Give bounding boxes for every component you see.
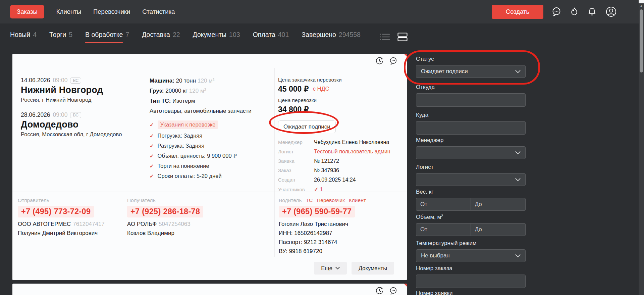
route-address: Россия, Московская обл, г Домодедово [21, 131, 139, 138]
chat-icon[interactable] [389, 287, 397, 295]
list-view-icon[interactable] [379, 33, 390, 41]
filter-label: Номер заказа [416, 265, 526, 272]
chevron-down-icon [515, 70, 521, 73]
create-button[interactable]: Создать [492, 5, 543, 19]
page-scrollbar[interactable]: ▲ [639, 0, 644, 295]
date: 14.06.2026 [21, 77, 50, 84]
client-link[interactable]: Клиент [349, 197, 366, 203]
sender-block: Отправитель +7 (495) 773-72-09 ООО АВТОГ… [12, 192, 123, 257]
vehicle-link[interactable]: ТС [306, 197, 313, 203]
tab-payment[interactable]: Оплата401 [253, 31, 289, 43]
customer-price: 45 000 ₽с НДС [278, 84, 400, 94]
navbar-right: Создать [492, 5, 617, 19]
weight-from-input[interactable] [416, 198, 471, 211]
weekday-badge: ВС [70, 78, 81, 84]
next-order-card [12, 284, 407, 295]
route-city: Домодедово [21, 119, 139, 130]
chat-icon[interactable] [389, 57, 397, 65]
filter-label: Откуда [416, 84, 526, 91]
filter-label: Номер заявки [416, 290, 526, 295]
status-badge[interactable]: Ожидает подписи [278, 120, 336, 133]
scrollbar-thumb[interactable] [640, 9, 643, 72]
temperature-select[interactable]: Не выбран [416, 249, 526, 262]
sender-label: Отправитель [18, 197, 49, 203]
chevron-down-icon [515, 254, 521, 257]
view-toggles [379, 33, 408, 41]
filter-label: Менеджер [416, 137, 526, 144]
receiver-company: АО РОЛЬФ5047254063 [127, 221, 270, 228]
order-card-header [12, 54, 407, 68]
filter-label: Статус [416, 56, 526, 62]
route-point-to: 28.06.2026 09:00 ВС Домодедово Россия, М… [21, 111, 139, 138]
driver-block: Водитель ТС Перевозчик Клиент +7 (965) 5… [274, 192, 407, 257]
vat-label[interactable]: с НДС [313, 84, 329, 94]
check-icon: ✓ [150, 122, 154, 128]
volume-to-input[interactable] [471, 223, 526, 236]
bell-icon[interactable] [587, 7, 597, 17]
filter-to: Куда [416, 112, 526, 135]
filter-logist: Логист [416, 164, 526, 186]
flame-icon[interactable] [570, 7, 579, 17]
manager-select[interactable] [416, 146, 526, 159]
carrier-link[interactable]: Перевозчик [317, 197, 345, 203]
more-button[interactable]: Еще [314, 262, 347, 275]
order-number-input[interactable] [416, 275, 526, 288]
checklist-item: ✓Сроки оплаты: 5-20 дней [150, 173, 268, 179]
receiver-phone[interactable]: +7 (925) 286-18-78 [127, 206, 203, 217]
check-icon: ✓ [150, 163, 154, 169]
filter-request-number: Номер заявки [416, 290, 526, 295]
detail-row-created: Создан26.09.2025 14:24 [278, 177, 400, 183]
logist-select[interactable] [416, 173, 526, 186]
documents-button[interactable]: Документы [352, 262, 394, 275]
tab-completed[interactable]: Завершено294558 [302, 31, 361, 43]
nav-item-carriers[interactable]: Перевозчики [93, 8, 130, 15]
receiver-block: Получатель +7 (925) 286-18-78 АО РОЛЬФ50… [123, 192, 274, 257]
filter-weight: Вес, кг [416, 189, 526, 211]
nav-item-clients[interactable]: Клиенты [56, 8, 81, 15]
filter-label: Куда [416, 112, 526, 118]
checklist-item: ✓Разгрузка: Задняя [150, 143, 268, 149]
route-column: 14.06.2026 09:00 ВС Нижний Новгород Росс… [12, 68, 146, 192]
tab-new[interactable]: Новый4 [10, 31, 37, 43]
scrollbar-cap [639, 0, 644, 3]
date: 28.06.2026 [21, 111, 50, 118]
filter-label: Температурный режим [416, 240, 526, 247]
filter-label: Логист [416, 164, 526, 170]
weight-to-input[interactable] [471, 198, 526, 211]
profile-icon[interactable] [605, 6, 617, 18]
tab-bidding[interactable]: Торги5 [49, 31, 72, 43]
tab-documents[interactable]: Документы103 [193, 31, 240, 43]
status-select[interactable]: Ожидает подписи [416, 65, 526, 78]
route-address: Россия, г Нижний Новгород [21, 97, 139, 103]
sender-phone[interactable]: +7 (495) 773-72-09 [18, 206, 94, 217]
scroll-up-arrow[interactable]: ▲ [639, 4, 644, 7]
transport-instructions-link[interactable]: Указания к перевозке [158, 120, 218, 129]
contacts-section: Отправитель +7 (495) 773-72-09 ООО АВТОГ… [12, 192, 407, 257]
from-input[interactable] [416, 93, 526, 107]
cards-view-icon[interactable] [397, 33, 408, 41]
volume-from-input[interactable] [416, 223, 471, 236]
checklist-item: ✓Погрузка: Задняя [150, 133, 268, 139]
to-input[interactable] [416, 121, 526, 135]
sender-company: ООО АВТОГЕРМЕС7612047417 [18, 221, 118, 228]
nav-item-orders[interactable]: Заказы [10, 5, 44, 18]
check-icon: ✓ [150, 173, 154, 179]
card-footer: Еще Документы [12, 257, 407, 281]
chat-icon[interactable] [551, 7, 561, 17]
check-icon: ✓ [150, 153, 154, 159]
receiver-person: Козлов Владимир [127, 230, 270, 237]
nav-item-statistics[interactable]: Статистика [142, 8, 175, 15]
order-details: МенеджерЧебуздина Елена Николаевна Логис… [278, 139, 400, 193]
history-icon[interactable] [375, 57, 384, 65]
chevron-down-icon [335, 267, 340, 269]
driver-phone[interactable]: +7 (965) 590-59-77 [279, 206, 355, 217]
price-column: Цена заказчика перевозки 45 000 ₽с НДС Ц… [274, 68, 407, 192]
route-city: Нижний Новгород [21, 85, 139, 95]
tab-in-progress[interactable]: В обработке7 [85, 31, 129, 43]
top-navbar: Заказы Клиенты Перевозчики Статистика Со… [0, 0, 644, 23]
sender-person: Полунин Дмитрий Викторович [18, 230, 118, 237]
check-icon: ✓ [150, 133, 154, 139]
history-icon[interactable] [375, 287, 384, 295]
detail-row-manager: МенеджерЧебуздина Елена Николаевна [278, 139, 400, 145]
tab-delivery[interactable]: Доставка22 [142, 31, 180, 43]
